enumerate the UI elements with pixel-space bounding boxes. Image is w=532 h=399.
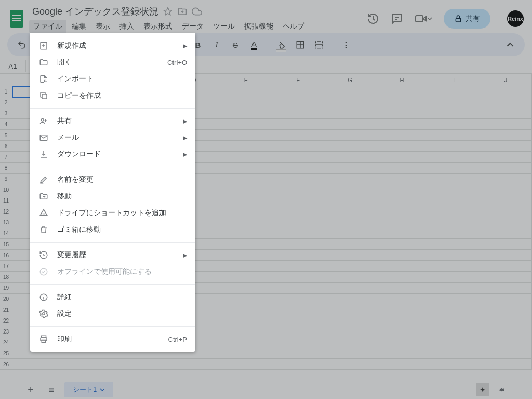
cell[interactable] [428,359,480,370]
sheets-logo[interactable] [6,8,27,29]
cell[interactable] [324,250,376,261]
row-header[interactable]: 15 [0,239,12,250]
cell[interactable] [428,119,480,130]
file-menu-open[interactable]: 開く Ctrl+O [30,54,195,71]
menu-help[interactable]: ヘルプ [278,20,309,33]
cell[interactable] [480,195,532,206]
account-avatar[interactable]: Reinx [507,10,524,27]
cell[interactable] [480,184,532,195]
cell[interactable] [428,315,480,326]
cell[interactable] [220,239,272,250]
file-menu-details[interactable]: 詳細 [30,289,195,305]
row-header[interactable]: 4 [0,119,12,130]
add-sheet-button[interactable]: + [23,382,38,397]
row-header[interactable]: 7 [0,152,12,163]
cloud-status-icon[interactable] [192,6,202,17]
cell[interactable] [272,184,324,195]
cell[interactable] [428,337,480,348]
cell[interactable] [376,86,428,97]
cell[interactable] [480,348,532,359]
cell[interactable] [428,97,480,108]
cell[interactable] [272,152,324,163]
cell[interactable] [220,97,272,108]
file-menu-trash[interactable]: ゴミ箱に移動 [30,221,195,238]
side-panel-toggle-icon[interactable] [499,385,505,394]
file-menu-share[interactable]: 共有 ▶ [30,113,195,129]
cell[interactable] [324,184,376,195]
column-header[interactable]: J [480,74,532,86]
cell[interactable] [220,174,272,184]
cell[interactable] [480,86,532,97]
cell[interactable] [428,250,480,261]
cell[interactable] [376,261,428,272]
cell[interactable] [324,163,376,174]
cell[interactable] [480,206,532,217]
row-header[interactable]: 17 [0,261,12,272]
row-header[interactable]: 16 [0,250,12,261]
cell[interactable] [220,315,272,326]
comments-icon[interactable] [391,12,403,25]
cell[interactable] [272,337,324,348]
cell[interactable] [220,217,272,228]
cell[interactable] [428,261,480,272]
row-header[interactable]: 5 [0,130,12,141]
cell[interactable] [272,239,324,250]
cell[interactable] [272,228,324,239]
cell[interactable] [480,217,532,228]
row-header[interactable]: 9 [0,174,12,184]
cell[interactable] [272,261,324,272]
cell[interactable] [376,217,428,228]
cell[interactable] [480,130,532,141]
cell[interactable] [220,359,272,370]
cell[interactable] [272,174,324,184]
cell[interactable] [480,119,532,130]
cell[interactable] [324,119,376,130]
row-header[interactable]: 3 [0,108,12,119]
cell[interactable] [220,119,272,130]
cell[interactable] [428,184,480,195]
cell[interactable] [116,359,168,370]
row-header[interactable]: 11 [0,195,12,206]
cell[interactable] [376,141,428,152]
cell[interactable] [376,239,428,250]
fill-color-button[interactable] [274,37,289,52]
cell[interactable] [428,141,480,152]
cell[interactable] [220,261,272,272]
cell[interactable] [220,86,272,97]
cell[interactable] [428,152,480,163]
column-header[interactable]: G [324,74,376,86]
cell[interactable] [272,195,324,206]
cell[interactable] [324,261,376,272]
row-header[interactable]: 6 [0,141,12,152]
column-header[interactable]: I [428,74,480,86]
row-header[interactable]: 22 [0,315,12,326]
cell[interactable] [220,195,272,206]
cell[interactable] [376,326,428,337]
cell[interactable] [428,228,480,239]
cell[interactable] [324,130,376,141]
cell[interactable] [376,359,428,370]
cell[interactable] [480,239,532,250]
move-to-folder-icon[interactable] [177,6,188,17]
cell[interactable] [376,119,428,130]
cell[interactable] [220,283,272,294]
history-icon[interactable] [367,12,379,25]
cell[interactable] [480,261,532,272]
cell[interactable] [272,294,324,304]
cell[interactable] [480,304,532,315]
row-header[interactable]: 24 [0,337,12,348]
cell[interactable] [324,315,376,326]
cell[interactable] [428,272,480,283]
cell[interactable] [376,315,428,326]
cell[interactable] [428,348,480,359]
cell[interactable] [272,130,324,141]
cell[interactable] [376,283,428,294]
cell[interactable] [376,228,428,239]
row-header[interactable]: 18 [0,272,12,283]
cell[interactable] [324,108,376,119]
file-menu-move[interactable]: 移動 [30,188,195,205]
cell[interactable] [324,359,376,370]
doc-title[interactable]: Google インデックス登録状況 [32,5,158,18]
cell[interactable] [324,174,376,184]
cell[interactable] [480,326,532,337]
